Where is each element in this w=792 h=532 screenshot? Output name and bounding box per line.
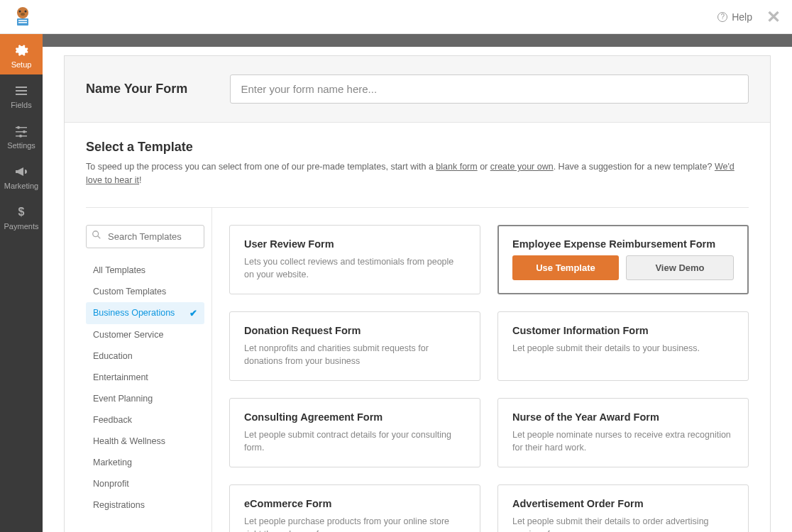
category-label: Registrations [93, 500, 145, 510]
template-title: Nurse of the Year Award Form [512, 411, 734, 423]
category-item[interactable]: Nonprofit [86, 473, 204, 494]
search-icon [92, 230, 101, 243]
template-actions: Use TemplateView Demo [512, 255, 734, 280]
sidebar-item-label: Settings [7, 141, 35, 150]
template-description: Let people submit their details to order… [512, 515, 734, 532]
category-label: Feedback [93, 415, 132, 425]
category-item[interactable]: Marketing [86, 452, 204, 473]
category-item[interactable]: Customer Service [86, 324, 204, 345]
dollar-icon: $ [13, 204, 29, 220]
blank-form-link[interactable]: blank form [436, 162, 477, 172]
app-logo [11, 6, 34, 28]
form-name-input[interactable] [230, 74, 749, 104]
svg-point-17 [93, 231, 99, 237]
category-label: Custom Templates [93, 287, 166, 297]
help-icon: ? [717, 12, 727, 22]
modal-backdrop-strip [43, 34, 792, 47]
template-title: Donation Request Form [244, 325, 466, 336]
close-button[interactable]: ✕ [766, 7, 781, 27]
template-title: User Review Form [244, 238, 466, 250]
template-title: eCommerce Form [244, 498, 466, 509]
sidebar-item-label: Payments [4, 222, 39, 231]
category-label: Marketing [93, 458, 132, 467]
template-card[interactable]: Advertisement Order FormLet people submi… [497, 484, 749, 532]
category-label: Entertainment [93, 372, 148, 382]
name-form-label: Name Your Form [86, 82, 187, 96]
svg-point-13 [23, 131, 26, 133]
sidebar-item-label: Setup [11, 60, 32, 69]
svg-rect-6 [18, 22, 27, 23]
category-item[interactable]: Entertainment [86, 367, 204, 388]
svg-point-3 [21, 13, 25, 16]
template-description: Let people submit contract details for y… [244, 428, 466, 454]
svg-rect-9 [16, 94, 27, 95]
category-item[interactable]: Education [86, 345, 204, 367]
category-item[interactable]: Feedback [86, 409, 204, 431]
sidebar-item-payments[interactable]: $Payments [0, 196, 43, 236]
help-link[interactable]: ? Help [717, 11, 752, 23]
template-description: Let people purchase products from your o… [244, 515, 466, 532]
template-description: Let people submit their details to your … [512, 342, 734, 355]
megaphone-icon [13, 164, 29, 179]
category-column: All TemplatesCustom TemplatesBusiness Op… [86, 208, 212, 533]
sliders-icon [13, 123, 29, 139]
svg-rect-8 [16, 90, 27, 92]
template-content-row: All TemplatesCustom TemplatesBusiness Op… [65, 208, 770, 533]
template-card[interactable]: eCommerce FormLet people purchase produc… [229, 484, 480, 532]
svg-point-1 [19, 10, 21, 12]
template-card[interactable]: Nurse of the Year Award FormLet people n… [497, 398, 749, 467]
category-item[interactable]: Custom Templates [86, 281, 204, 302]
sidebar-item-setup[interactable]: Setup [0, 34, 43, 74]
template-intro-section: Select a Template To speed up the proces… [65, 123, 770, 193]
template-card[interactable]: Consulting Agreement FormLet people subm… [229, 398, 480, 467]
category-label: Business Operations [93, 308, 175, 318]
category-item[interactable]: Health & Wellness [86, 431, 204, 452]
template-description: Let people nominate nurses to receive ex… [512, 428, 734, 454]
svg-rect-7 [16, 87, 27, 88]
category-label: Event Planning [93, 394, 153, 404]
template-title: Consulting Agreement Form [244, 411, 466, 423]
search-templates-input[interactable] [86, 225, 204, 248]
template-title: Advertisement Order Form [512, 498, 734, 509]
template-card[interactable]: User Review FormLets you collect reviews… [229, 225, 480, 294]
sidebar-item-label: Marketing [4, 182, 38, 190]
sidebar-item-marketing[interactable]: Marketing [0, 155, 43, 196]
svg-point-11 [17, 126, 20, 129]
create-your-own-link[interactable]: create your own [490, 162, 554, 172]
sidebar-item-settings[interactable]: Settings [0, 115, 43, 155]
help-label: Help [732, 11, 752, 23]
template-description: Lets you collect reviews and testimonial… [244, 255, 466, 281]
name-form-section: Name Your Form [65, 56, 770, 123]
category-item[interactable]: Registrations [86, 494, 204, 516]
category-label: Customer Service [93, 330, 163, 340]
svg-point-15 [19, 135, 22, 138]
search-wrap [86, 225, 204, 248]
svg-rect-5 [18, 20, 27, 21]
view-demo-button[interactable]: View Demo [626, 255, 734, 280]
main-panel: Name Your Form Select a Template To spee… [64, 55, 771, 532]
sidebar-item-label: Fields [11, 101, 31, 109]
topbar: ? Help ✕ [0, 0, 792, 34]
template-title: Customer Information Form [512, 325, 734, 336]
select-template-heading: Select a Template [86, 140, 749, 155]
sidebar-item-fields[interactable]: Fields [0, 74, 43, 115]
templates-grid: User Review FormLets you collect reviews… [212, 208, 749, 533]
sidebar: SetupFieldsSettingsMarketing$Payments [0, 34, 43, 532]
category-item[interactable]: Event Planning [86, 388, 204, 409]
svg-line-18 [98, 236, 101, 239]
template-card[interactable]: Employee Expense Reimbursement FormUse T… [497, 225, 749, 294]
template-card[interactable]: Donation Request FormLet nonprofits and … [229, 311, 480, 381]
template-description: Let nonprofits and charities submit requ… [244, 342, 466, 367]
template-title: Employee Expense Reimbursement Form [512, 238, 734, 250]
category-label: Health & Wellness [93, 436, 165, 446]
category-item[interactable]: Business Operations✔ [86, 302, 204, 324]
category-item[interactable]: All Templates [86, 260, 204, 281]
gear-icon [13, 43, 29, 58]
category-label: All Templates [93, 265, 145, 275]
svg-text:$: $ [18, 206, 25, 218]
use-template-button[interactable]: Use Template [512, 255, 619, 280]
select-template-subtext: To speed up the process you can select f… [86, 160, 749, 187]
template-card[interactable]: Customer Information FormLet people subm… [497, 311, 749, 381]
category-label: Education [93, 351, 133, 361]
svg-point-2 [25, 10, 27, 12]
